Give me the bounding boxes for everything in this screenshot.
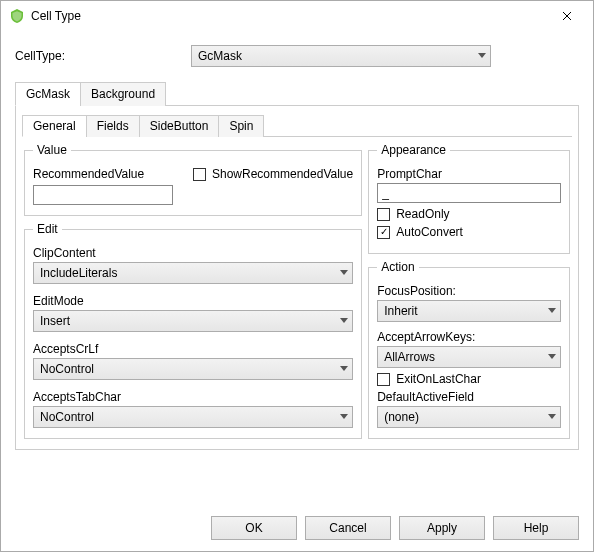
promptchar-input[interactable] <box>377 183 561 203</box>
close-button[interactable] <box>547 3 587 29</box>
acceptstab-combo[interactable]: NoControl <box>33 406 353 428</box>
subtab-general[interactable]: General <box>22 115 87 137</box>
subtab-fields[interactable]: Fields <box>86 115 140 137</box>
acceptarrowkeys-value: AllArrows <box>384 350 435 364</box>
content-area: CellType: GcMask GcMask Background Gener… <box>1 31 593 505</box>
dialog-window: Cell Type CellType: GcMask GcMask Backgr… <box>0 0 594 552</box>
celltype-label: CellType: <box>15 49 191 63</box>
editmode-combo[interactable]: Insert <box>33 310 353 332</box>
exitonlastchar-label: ExitOnLastChar <box>396 372 481 386</box>
window-title: Cell Type <box>31 9 547 23</box>
checkbox-icon <box>377 208 390 221</box>
focusposition-value: Inherit <box>384 304 417 318</box>
general-panel: Value RecommendedValue ShowRecommendedVa… <box>22 137 572 441</box>
edit-legend: Edit <box>33 222 62 236</box>
edit-group: Edit ClipContent IncludeLiterals EditMod… <box>24 222 362 439</box>
readonly-label: ReadOnly <box>396 207 449 221</box>
chevron-down-icon <box>478 53 486 59</box>
chevron-down-icon <box>340 414 348 420</box>
acceptstab-label: AcceptsTabChar <box>33 390 353 404</box>
cancel-button[interactable]: Cancel <box>305 516 391 540</box>
checkbox-icon <box>377 226 390 239</box>
celltype-combo-value: GcMask <box>198 49 242 63</box>
chevron-down-icon <box>548 354 556 360</box>
defaultactivefield-combo[interactable]: (none) <box>377 406 561 428</box>
left-column: Value RecommendedValue ShowRecommendedVa… <box>24 143 362 439</box>
clipcontent-label: ClipContent <box>33 246 353 260</box>
recommended-value-label: RecommendedValue <box>33 167 173 181</box>
focusposition-label: FocusPosition: <box>377 284 561 298</box>
acceptarrowkeys-combo[interactable]: AllArrows <box>377 346 561 368</box>
value-legend: Value <box>33 143 71 157</box>
editmode-value: Insert <box>40 314 70 328</box>
editmode-label: EditMode <box>33 294 353 308</box>
main-tab-body: General Fields SideButton Spin Value Rec… <box>15 106 579 450</box>
checkbox-icon <box>193 168 206 181</box>
sub-tabs: General Fields SideButton Spin <box>22 114 572 137</box>
acceptstab-value: NoControl <box>40 410 94 424</box>
checkbox-icon <box>377 373 390 386</box>
clipcontent-value: IncludeLiterals <box>40 266 117 280</box>
celltype-row: CellType: GcMask <box>15 45 579 67</box>
help-button[interactable]: Help <box>493 516 579 540</box>
show-recommended-label: ShowRecommendedValue <box>212 167 353 181</box>
promptchar-label: PromptChar <box>377 167 561 181</box>
tab-background[interactable]: Background <box>80 82 166 106</box>
apply-button[interactable]: Apply <box>399 516 485 540</box>
defaultactivefield-label: DefaultActiveField <box>377 390 561 404</box>
readonly-checkbox[interactable]: ReadOnly <box>377 207 561 221</box>
celltype-combo[interactable]: GcMask <box>191 45 491 67</box>
acceptscrlf-label: AcceptsCrLf <box>33 342 353 356</box>
autoconvert-checkbox[interactable]: AutoConvert <box>377 225 561 239</box>
subtab-sidebutton[interactable]: SideButton <box>139 115 220 137</box>
tab-gcmask[interactable]: GcMask <box>15 82 81 106</box>
acceptarrowkeys-label: AcceptArrowKeys: <box>377 330 561 344</box>
focusposition-combo[interactable]: Inherit <box>377 300 561 322</box>
app-icon <box>9 8 25 24</box>
subtab-spin[interactable]: Spin <box>218 115 264 137</box>
value-group: Value RecommendedValue ShowRecommendedVa… <box>24 143 362 216</box>
titlebar: Cell Type <box>1 1 593 31</box>
appearance-group: Appearance PromptChar ReadOnly AutoConve… <box>368 143 570 254</box>
clipcontent-combo[interactable]: IncludeLiterals <box>33 262 353 284</box>
action-group: Action FocusPosition: Inherit AcceptArro… <box>368 260 570 439</box>
button-bar: OK Cancel Apply Help <box>1 505 593 551</box>
chevron-down-icon <box>340 270 348 276</box>
appearance-legend: Appearance <box>377 143 450 157</box>
acceptscrlf-combo[interactable]: NoControl <box>33 358 353 380</box>
right-column: Appearance PromptChar ReadOnly AutoConve… <box>368 143 570 439</box>
ok-button[interactable]: OK <box>211 516 297 540</box>
show-recommended-checkbox[interactable]: ShowRecommendedValue <box>193 167 353 181</box>
action-legend: Action <box>377 260 418 274</box>
chevron-down-icon <box>340 366 348 372</box>
autoconvert-label: AutoConvert <box>396 225 463 239</box>
exitonlastchar-checkbox[interactable]: ExitOnLastChar <box>377 372 561 386</box>
chevron-down-icon <box>548 414 556 420</box>
recommended-value-input[interactable] <box>33 185 173 205</box>
chevron-down-icon <box>340 318 348 324</box>
main-tabs: GcMask Background <box>15 81 579 106</box>
chevron-down-icon <box>548 308 556 314</box>
acceptscrlf-value: NoControl <box>40 362 94 376</box>
defaultactivefield-value: (none) <box>384 410 419 424</box>
